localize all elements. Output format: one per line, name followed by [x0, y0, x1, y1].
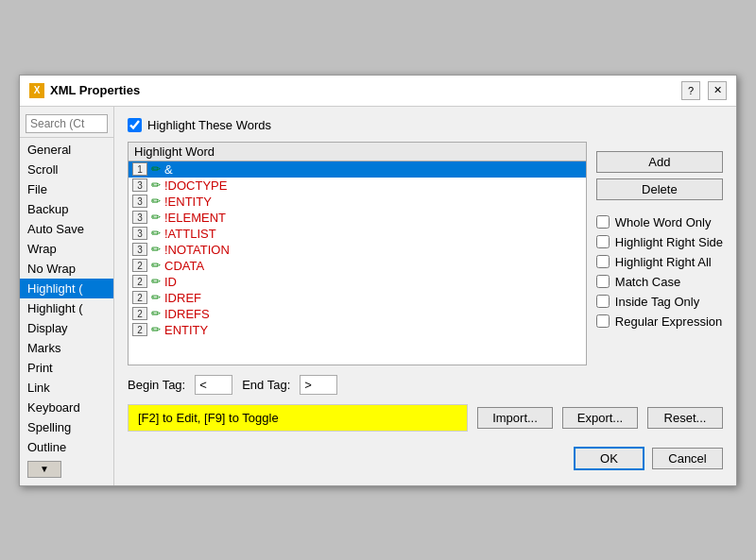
whole-word-label: Whole Word Only: [615, 215, 712, 229]
highlight-right-side-checkbox[interactable]: [596, 235, 610, 248]
highlight-words-label: Highlight These Words: [147, 118, 271, 132]
checkboxes-panel: Whole Word Only Highlight Right Side Hig…: [596, 215, 723, 329]
highlight-right-all-checkbox[interactable]: [596, 255, 610, 268]
word-num: 2: [132, 275, 147, 288]
whole-word-checkbox[interactable]: [596, 215, 610, 229]
sidebar-search-container: [20, 110, 113, 138]
word-text: &: [164, 162, 173, 177]
tags-row: Begin Tag: End Tag:: [128, 375, 723, 395]
word-num: 2: [132, 323, 147, 336]
hint-action-row: [F2] to Edit, [F9] to Toggle Import... E…: [128, 404, 723, 432]
reset-button[interactable]: Reset...: [647, 407, 723, 429]
sidebar-item-highlight2[interactable]: Highlight (: [20, 298, 113, 318]
sidebar-item-wrap[interactable]: Wrap: [20, 239, 113, 259]
word-list-container: Highlight Word 1 ✏ & 3 ✏ !DOCTYPE: [128, 142, 587, 365]
regex-checkbox[interactable]: [596, 314, 610, 328]
word-item[interactable]: 2 ✏ CDATA: [129, 258, 586, 274]
word-item[interactable]: 3 ✏ !NOTATION: [129, 242, 586, 258]
highlight-right-all-row: Highlight Right All: [596, 255, 723, 269]
title-bar: X XML Properties ? ✕: [20, 76, 736, 107]
edit-icon: ✏: [151, 162, 161, 176]
end-tag-input[interactable]: [300, 375, 337, 395]
edit-icon: ✏: [151, 195, 161, 208]
word-num: 3: [132, 227, 147, 240]
word-text: ENTITY: [164, 323, 208, 337]
sidebar-scroll-button[interactable]: ▼: [27, 461, 61, 478]
inside-tag-row: Inside Tag Only: [596, 295, 723, 309]
word-item[interactable]: 1 ✏ &: [129, 161, 586, 178]
match-case-row: Match Case: [596, 275, 723, 289]
sidebar-item-keyboard[interactable]: Keyboard: [20, 398, 113, 417]
word-item[interactable]: 2 ✏ ENTITY: [129, 322, 586, 338]
dialog-title: XML Properties: [50, 83, 140, 97]
delete-button[interactable]: Delete: [596, 178, 723, 200]
sidebar-item-marks[interactable]: Marks: [20, 338, 113, 358]
edit-icon: ✏: [151, 227, 161, 240]
sidebar-item-outline[interactable]: Outline: [20, 437, 113, 457]
sidebar-item-general[interactable]: General: [20, 140, 113, 160]
word-text: !ELEMENT: [164, 211, 226, 225]
sidebar-item-highlight1[interactable]: Highlight (: [20, 279, 113, 298]
sidebar-item-file[interactable]: File: [20, 179, 113, 199]
word-text: !DOCTYPE: [164, 178, 227, 193]
whole-word-row: Whole Word Only: [596, 215, 723, 229]
match-case-checkbox[interactable]: [596, 275, 610, 288]
sidebar-item-link[interactable]: Link: [20, 378, 113, 398]
word-num: 3: [132, 243, 147, 256]
word-text: IDREFS: [164, 307, 210, 321]
help-button[interactable]: ?: [681, 81, 700, 100]
middle-row: Highlight Word 1 ✏ & 3 ✏ !DOCTYPE: [128, 142, 723, 365]
right-buttons: Add Delete: [596, 151, 723, 200]
sidebar: General Scroll File Backup Auto Save Wra…: [20, 107, 114, 485]
word-text: IDREF: [164, 291, 201, 305]
add-button[interactable]: Add: [596, 151, 723, 173]
word-text: !ENTITY: [164, 195, 212, 209]
word-text: !NOTATION: [164, 243, 230, 257]
right-panel: Add Delete Whole Word Only Highlight Rig…: [596, 142, 723, 365]
sidebar-item-display[interactable]: Display: [20, 318, 113, 338]
search-input[interactable]: [26, 114, 108, 133]
word-item[interactable]: 3 ✏ !DOCTYPE: [129, 178, 586, 194]
begin-tag-input[interactable]: [195, 375, 232, 395]
word-item[interactable]: 2 ✏ IDREFS: [129, 306, 586, 322]
word-num: 3: [132, 195, 147, 208]
edit-icon: ✏: [151, 211, 161, 224]
edit-icon: ✏: [151, 243, 161, 256]
title-bar-controls: ? ✕: [681, 81, 727, 100]
sidebar-item-nowrap[interactable]: No Wrap: [20, 259, 113, 279]
import-button[interactable]: Import...: [477, 407, 553, 429]
word-list-header: Highlight Word: [128, 142, 587, 161]
export-button[interactable]: Export...: [562, 407, 638, 429]
edit-icon: ✏: [151, 178, 161, 192]
ok-button[interactable]: OK: [574, 447, 644, 470]
close-button[interactable]: ✕: [708, 81, 727, 100]
word-text: CDATA: [164, 259, 204, 273]
sidebar-item-scroll[interactable]: Scroll: [20, 160, 113, 179]
word-num: 2: [132, 259, 147, 272]
edit-icon: ✏: [151, 323, 161, 336]
edit-icon: ✏: [151, 291, 161, 304]
word-item[interactable]: 2 ✏ ID: [129, 274, 586, 290]
sidebar-item-backup[interactable]: Backup: [20, 199, 113, 219]
word-item[interactable]: 3 ✏ !ELEMENT: [129, 210, 586, 226]
word-list[interactable]: 1 ✏ & 3 ✏ !DOCTYPE 3 ✏ !ENTITY: [128, 161, 587, 365]
word-num: 1: [132, 162, 147, 176]
inside-tag-label: Inside Tag Only: [615, 295, 699, 309]
edit-icon: ✏: [151, 259, 161, 272]
word-num: 3: [132, 211, 147, 224]
word-item[interactable]: 3 ✏ !ENTITY: [129, 194, 586, 210]
highlight-words-checkbox[interactable]: [128, 118, 142, 132]
main-content: Highlight These Words Highlight Word 1 ✏…: [114, 107, 736, 485]
edit-icon: ✏: [151, 307, 161, 320]
word-item[interactable]: 2 ✏ IDREF: [129, 290, 586, 306]
sidebar-item-spelling[interactable]: Spelling: [20, 417, 113, 437]
sidebar-item-print[interactable]: Print: [20, 358, 113, 378]
inside-tag-checkbox[interactable]: [596, 295, 610, 308]
word-item[interactable]: 3 ✏ !ATTLIST: [129, 226, 586, 242]
cancel-button[interactable]: Cancel: [652, 448, 723, 469]
sidebar-item-autosave[interactable]: Auto Save: [20, 219, 113, 239]
word-num: 3: [132, 178, 147, 192]
highlight-right-all-label: Highlight Right All: [615, 255, 712, 269]
sidebar-footer: ▼: [20, 457, 113, 482]
highlight-checkbox-row: Highlight These Words: [128, 118, 723, 132]
